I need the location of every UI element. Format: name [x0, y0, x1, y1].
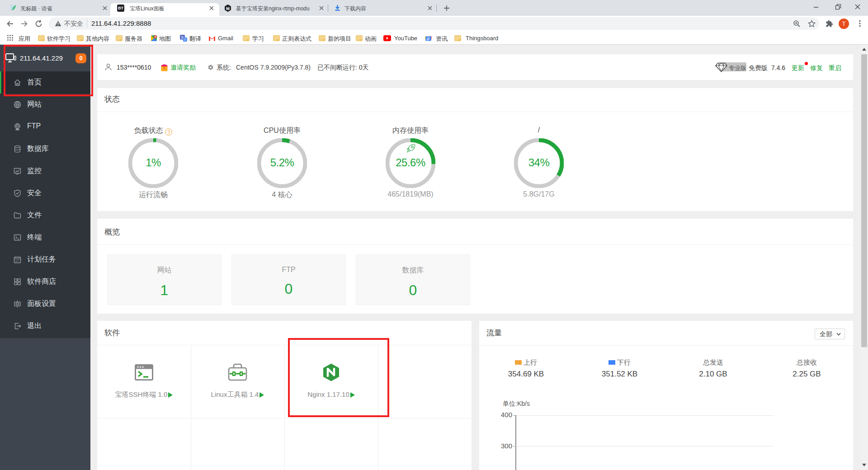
svg-text:G: G — [184, 38, 187, 42]
svg-text:M: M — [226, 6, 230, 11]
